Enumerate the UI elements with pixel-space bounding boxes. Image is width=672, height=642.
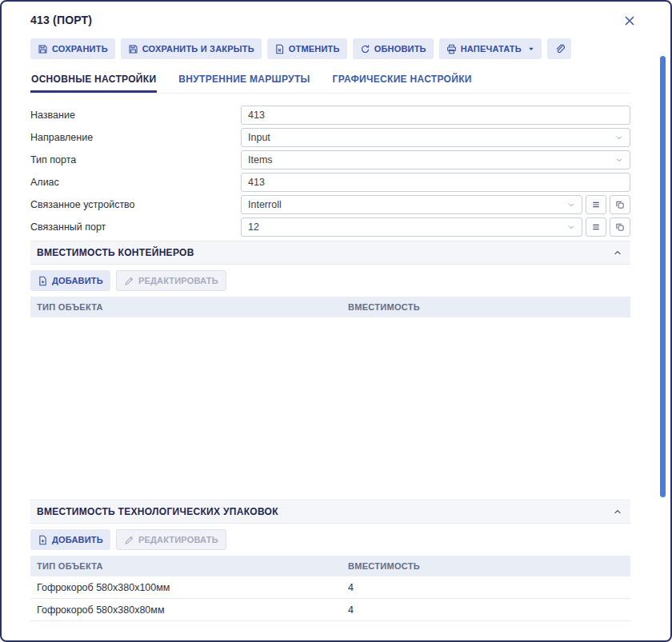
form-row-alias: Алиас [30,173,630,192]
cell-capacity: 4 [348,582,624,593]
save-and-close-button[interactable]: СОХРАНИТЬ И ЗАКРЫТЬ [121,38,262,59]
tech-packaging-add-label: ДОБАВИТЬ [52,535,103,544]
print-icon [446,44,457,54]
form-row-linked-device: Связанное устройство Interroll [30,195,630,214]
linked-port-select[interactable]: 12 [241,217,582,237]
tab-internal-routes[interactable]: ВНУТРЕННИЕ МАРШРУТЫ [178,70,310,93]
tech-packaging-edit-label: РЕДАКТИРОВАТЬ [138,535,218,544]
containers-edit-label: РЕДАКТИРОВАТЬ [138,276,218,285]
section-title: ВМЕСТИМОСТЬ ТЕХНОЛОГИЧЕСКИХ УПАКОВОК [37,506,278,517]
column-header-capacity: ВМЕСТИМОСТЬ [348,302,624,312]
direction-label: Направление [30,132,241,143]
chevron-up-icon[interactable] [613,248,622,257]
linked-device-label: Связанное устройство [30,199,241,210]
name-label: Название [30,110,241,121]
direction-value: Input [248,132,270,143]
tech-packaging-add-button[interactable]: ДОБАВИТЬ [30,529,110,550]
column-header-capacity: ВМЕСТИМОСТЬ [348,561,624,571]
list-icon [591,200,601,209]
containers-add-label: ДОБАВИТЬ [52,276,103,285]
form-row-name: Название [30,106,630,125]
linked-device-select[interactable]: Interroll [241,195,582,214]
refresh-button[interactable]: ОБНОВИТЬ [353,38,434,59]
pencil-icon [124,535,134,545]
tech-packaging-table: ТИП ОБЪЕКТА ВМЕСТИМОСТЬ Гофрокороб 580х3… [30,556,630,621]
direction-select[interactable]: Input [241,128,630,147]
table-row[interactable]: Гофрокороб 580х380х80мм 4 [30,599,630,621]
column-header-object-type: ТИП ОБЪЕКТА [37,561,348,571]
tech-packaging-edit-button[interactable]: РЕДАКТИРОВАТЬ [116,529,226,550]
chevron-down-icon [615,134,623,142]
chevron-down-icon [615,156,623,164]
save-button[interactable]: СОХРАНИТЬ [30,38,115,59]
alias-input[interactable] [241,173,630,192]
containers-actions: ДОБАВИТЬ РЕДАКТИРОВАТЬ [30,270,630,291]
cell-capacity: 4 [348,604,624,616]
add-file-icon [38,535,48,545]
cell-object-type: Гофрокороб 580х380х100мм [37,582,348,593]
tab-bar: ОСНОВНЫЕ НАСТРОЙКИ ВНУТРЕННИЕ МАРШРУТЫ Г… [30,70,630,94]
tech-packaging-actions: ДОБАВИТЬ РЕДАКТИРОВАТЬ [30,529,630,550]
save-close-icon [128,44,138,54]
attachment-button[interactable] [547,38,571,59]
section-title: ВМЕСТИМОСТЬ КОНТЕЙНЕРОВ [37,247,194,258]
column-header-object-type: ТИП ОБЪЕКТА [37,302,348,312]
vertical-scrollbar[interactable] [660,56,666,497]
linked-device-list-button[interactable] [586,195,606,214]
form-row-direction: Направление Input [30,128,630,147]
containers-table-empty-body [30,317,630,500]
chevron-down-icon [567,223,575,231]
section-header-tech-packaging[interactable]: ВМЕСТИМОСТЬ ТЕХНОЛОГИЧЕСКИХ УПАКОВОК [30,500,630,524]
linked-port-list-button[interactable] [586,217,606,237]
refresh-icon [360,44,370,54]
cancel-icon [274,44,285,54]
copy-icon [615,222,625,232]
page-title: 413 (ПОРТ) [30,14,92,26]
table-row[interactable]: Гофрокороб 580х380х100мм 4 [30,576,630,599]
close-icon [622,14,637,28]
close-button[interactable] [622,14,637,28]
save-button-label: СОХРАНИТЬ [52,44,108,54]
chevron-down-icon [528,46,534,52]
containers-add-button[interactable]: ДОБАВИТЬ [30,270,110,291]
chevron-down-icon [567,201,575,209]
cancel-button-label: ОТМЕНИТЬ [289,44,340,54]
linked-device-copy-button[interactable] [610,195,630,214]
tech-packaging-table-header: ТИП ОБЪЕКТА ВМЕСТИМОСТЬ [30,556,630,576]
port-type-select[interactable]: Items [241,150,630,169]
alias-label: Алиас [30,177,241,188]
containers-edit-button[interactable]: РЕДАКТИРОВАТЬ [116,270,226,291]
port-form: Название Направление Input Тип пор [30,106,630,237]
linked-port-copy-button[interactable] [610,217,630,237]
paperclip-icon [554,43,565,54]
refresh-button-label: ОБНОВИТЬ [374,44,426,54]
chevron-up-icon[interactable] [613,507,622,516]
copy-icon [615,200,625,209]
linked-device-value: Interroll [248,199,282,210]
pencil-icon [124,276,134,286]
save-icon [38,44,48,54]
tab-main-settings[interactable]: ОСНОВНЫЕ НАСТРОЙКИ [30,70,157,93]
tab-graphic-settings[interactable]: ГРАФИЧЕСКИЕ НАСТРОЙКИ [332,70,473,93]
cancel-button[interactable]: ОТМЕНИТЬ [267,38,347,59]
port-type-value: Items [248,154,273,165]
add-file-icon [38,276,48,286]
list-icon [591,222,601,232]
print-button[interactable]: НАПЕЧАТАТЬ [439,38,542,59]
dialog-header: 413 (ПОРТ) [30,2,630,28]
linked-port-label: Связанный порт [30,221,241,233]
name-input[interactable] [241,106,630,125]
port-type-label: Тип порта [30,154,241,165]
cell-object-type: Гофрокороб 580х380х80мм [37,604,348,616]
containers-table-header: ТИП ОБЪЕКТА ВМЕСТИМОСТЬ [30,297,630,317]
print-button-label: НАПЕЧАТАТЬ [461,44,522,54]
containers-table: ТИП ОБЪЕКТА ВМЕСТИМОСТЬ [30,297,630,500]
toolbar: СОХРАНИТЬ СОХРАНИТЬ И ЗАКРЫТЬ ОТМЕНИТЬ О… [30,38,630,59]
form-row-linked-port: Связанный порт 12 [30,217,630,237]
linked-port-value: 12 [248,221,259,233]
form-row-port-type: Тип порта Items [30,150,630,169]
port-dialog: 413 (ПОРТ) СОХРАНИТЬ СОХРАНИТЬ И ЗАКРЫТЬ [0,0,672,642]
section-header-containers[interactable]: ВМЕСТИМОСТЬ КОНТЕЙНЕРОВ [30,241,630,265]
save-and-close-button-label: СОХРАНИТЬ И ЗАКРЫТЬ [142,44,254,54]
